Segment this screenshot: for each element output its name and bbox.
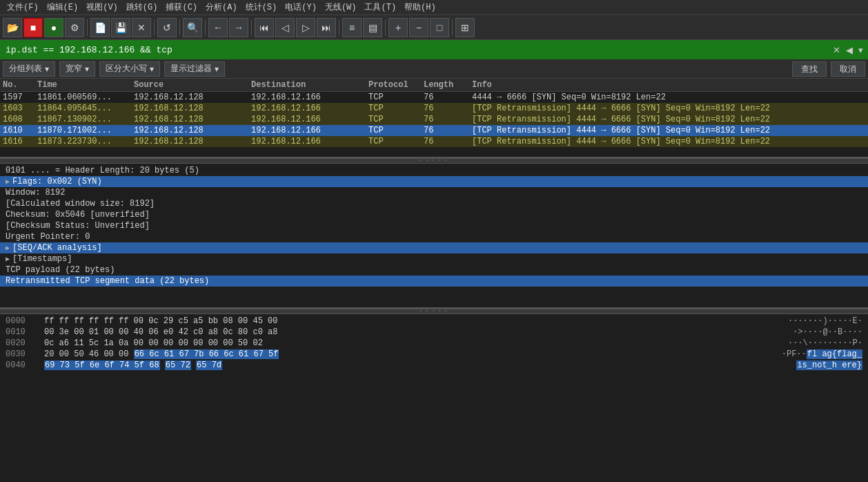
row-source: 192.168.12.128 (134, 115, 251, 124)
open-file-button[interactable]: 📄 (90, 18, 110, 37)
list-item[interactable]: Checksum: 0x5046 [unverified] (0, 209, 868, 220)
zoom-reset-button[interactable]: □ (430, 18, 449, 37)
list-item[interactable]: [Timestamps] (0, 253, 868, 264)
row-time: 11867.130902... (37, 115, 134, 124)
row-length: 76 (424, 137, 472, 146)
row-destination: 192.168.12.166 (251, 137, 368, 146)
hex-row[interactable]: 0040 69 73 5f 6e 6f 74 5f 68 65 72 65 7d… (0, 360, 868, 371)
hex-rows: 0000 ff ff ff ff ff ff 00 0c 29 c5 a5 bb… (0, 316, 868, 371)
start-button[interactable]: ● (44, 18, 63, 37)
go-last-button[interactable]: ⏭ (317, 18, 336, 37)
packet-list[interactable]: No. Time Source Destination Protocol Len… (0, 79, 868, 158)
colorize-button[interactable]: ▤ (363, 18, 382, 37)
hex-bytes: 20 00 50 46 00 00 66 6c 61 67 7b 66 6c 6… (44, 349, 771, 359)
row-protocol: TCP (368, 104, 424, 113)
hex-bytes: ff ff ff ff ff ff 00 0c 29 c5 a5 bb 08 0… (44, 316, 777, 326)
list-item[interactable]: Flags: 0x002 (SYN) (0, 176, 868, 187)
save-file-button[interactable]: 💾 (111, 18, 130, 37)
hex-row[interactable]: 0030 20 00 50 46 00 00 66 6c 61 67 7b 66… (0, 349, 868, 360)
reload-button[interactable]: ↺ (157, 18, 177, 37)
find-button[interactable]: 🔍 (183, 18, 202, 37)
list-item[interactable]: Window: 8192 (0, 187, 868, 198)
case-dropdown[interactable]: 区分大小写 (99, 61, 160, 77)
row-protocol: TCP (368, 93, 424, 102)
menu-stats[interactable]: 统计(S) (241, 0, 282, 15)
width-dropdown[interactable]: 宽窄 (59, 61, 95, 77)
list-item[interactable]: Urgent Pointer: 0 (0, 231, 868, 242)
open-capture-file-button[interactable]: 📂 (3, 18, 22, 37)
filter-input[interactable] (3, 44, 828, 57)
menu-file[interactable]: 文件(F) (3, 0, 43, 15)
hex-ascii-highlight: is_not_h ere} (796, 360, 862, 370)
row-source: 192.168.12.128 (134, 104, 251, 113)
list-item[interactable]: [Calculated window size: 8192] (0, 198, 868, 209)
detail-pane[interactable]: 0101 .... = Header Length: 20 bytes (5)F… (0, 164, 868, 309)
packet-rows: 1597 11861.060569... 192.168.12.128 192.… (0, 92, 868, 147)
table-row[interactable]: 1610 11870.171002... 192.168.12.128 192.… (0, 125, 868, 136)
separator-6 (339, 19, 339, 36)
col-length: Length (424, 80, 472, 90)
divider-1[interactable] (0, 158, 868, 164)
optionsbar: 分组列表 宽窄 区分大小写 显示过滤器 查找 取消 (0, 59, 868, 79)
menu-jump[interactable]: 跳转(G) (122, 0, 162, 15)
options-button[interactable]: ⚙ (65, 18, 84, 37)
go-prev-button[interactable]: ◁ (275, 18, 295, 37)
filterbar: ✕ ◀ ▾ (0, 40, 868, 59)
list-item[interactable]: TCP payload (22 bytes) (0, 264, 868, 276)
table-row[interactable]: 1616 11873.223730... 192.168.12.128 192.… (0, 136, 868, 147)
zoom-in-button[interactable]: + (388, 18, 408, 37)
row-protocol: TCP (368, 126, 424, 135)
list-item[interactable]: [Checksum Status: Unverified] (0, 220, 868, 231)
menu-view[interactable]: 视图(V) (82, 0, 122, 15)
row-info: [TCP Retransmission] 4444 → 6666 [SYN] S… (472, 126, 865, 135)
menu-capture[interactable]: 捕获(C) (161, 0, 201, 15)
hex-row[interactable]: 0010 00 3e 00 01 00 00 40 06 e0 42 c0 a8… (0, 327, 868, 338)
detail-rows: 0101 .... = Header Length: 20 bytes (5)F… (0, 165, 868, 287)
packet-list-dropdown[interactable]: 分组列表 (3, 61, 55, 77)
resize-columns-button[interactable]: ⊞ (455, 18, 475, 37)
menu-analyze[interactable]: 分析(A) (201, 0, 241, 15)
stop-button[interactable]: ■ (23, 18, 43, 37)
hex-offset: 0020 (6, 338, 33, 348)
hex-ascii: is_not_h ere} (796, 360, 862, 370)
filter-icons: ✕ ◀ ▾ (831, 44, 865, 56)
table-row[interactable]: 1608 11867.130902... 192.168.12.128 192.… (0, 114, 868, 125)
filter-clear-button[interactable]: ✕ (831, 44, 842, 56)
hex-row[interactable]: 0020 0c a6 11 5c 1a 0a 00 00 00 00 00 00… (0, 338, 868, 349)
list-item[interactable]: Retransmitted TCP segment data (22 bytes… (0, 276, 868, 287)
autoscroll-button[interactable]: ≡ (342, 18, 362, 37)
hex-row[interactable]: 0000 ff ff ff ff ff ff 00 0c 29 c5 a5 bb… (0, 316, 868, 327)
list-item[interactable]: [SEQ/ACK analysis] (0, 242, 868, 253)
menu-help[interactable]: 帮助(H) (400, 0, 440, 15)
menu-tools[interactable]: 工具(T) (360, 0, 400, 15)
close-file-button[interactable]: ✕ (132, 18, 151, 37)
row-protocol: TCP (368, 115, 424, 124)
row-destination: 192.168.12.166 (251, 126, 368, 135)
filter-dropdown-button[interactable]: ▾ (856, 44, 865, 56)
menu-wireless[interactable]: 无线(W) (321, 0, 361, 15)
go-next-button[interactable]: ▷ (296, 18, 315, 37)
row-no: 1608 (3, 115, 37, 124)
divider-2[interactable] (0, 309, 868, 314)
hex-ascii-highlight: fl ag{flag_ (807, 349, 862, 359)
zoom-out-button[interactable]: − (409, 18, 428, 37)
row-source: 192.168.12.128 (134, 126, 251, 135)
menu-phone[interactable]: 电话(Y) (281, 0, 321, 15)
hex-offset: 0040 (6, 360, 33, 370)
search-button[interactable]: 查找 (792, 61, 827, 77)
go-forward-button[interactable]: → (229, 18, 248, 37)
row-length: 76 (424, 93, 472, 102)
menu-edit[interactable]: 编辑(E) (43, 0, 83, 15)
list-item[interactable]: 0101 .... = Header Length: 20 bytes (5) (0, 165, 868, 176)
hex-pane[interactable]: 0000 ff ff ff ff ff ff 00 0c 29 c5 a5 bb… (0, 314, 868, 482)
table-row[interactable]: 1603 11864.095645... 192.168.12.128 192.… (0, 103, 868, 114)
packet-list-header: No. Time Source Destination Protocol Len… (0, 79, 868, 92)
table-row[interactable]: 1597 11861.060569... 192.168.12.128 192.… (0, 92, 868, 103)
row-time: 11861.060569... (37, 93, 134, 102)
row-destination: 192.168.12.166 (251, 104, 368, 113)
filter-type-dropdown[interactable]: 显示过滤器 (164, 61, 225, 77)
go-back-button[interactable]: ← (208, 18, 228, 37)
filter-bookmark-button[interactable]: ◀ (844, 44, 855, 56)
go-first-button[interactable]: ⏮ (255, 18, 274, 37)
cancel-button[interactable]: 取消 (831, 61, 865, 77)
